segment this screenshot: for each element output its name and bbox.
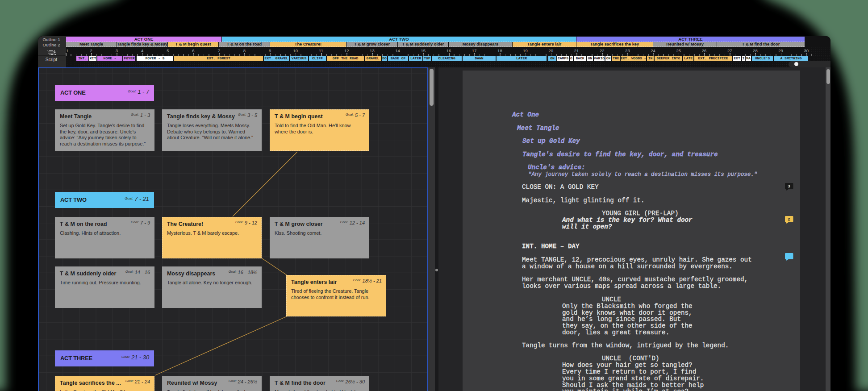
- svg-text:3: 3: [788, 183, 790, 188]
- svg-text:2: 2: [788, 216, 790, 221]
